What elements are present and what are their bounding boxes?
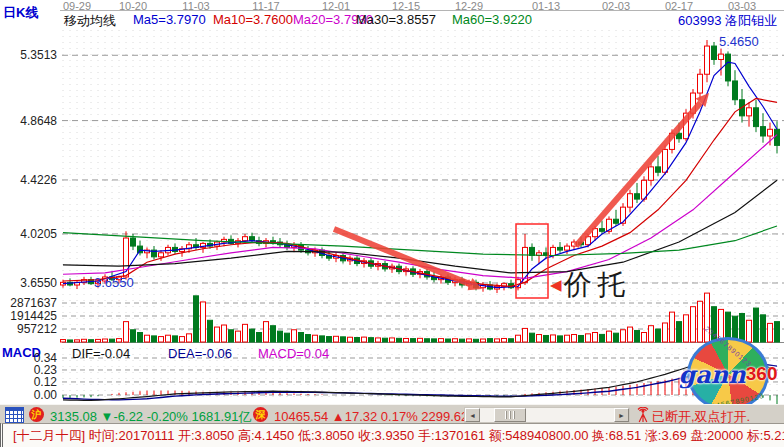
date-label: 01-13 (524, 0, 568, 12)
macd-dea-value: DEA=-0.06 (168, 346, 232, 361)
ohlc-info-bar: [十二月十四] 时间:20170111 开:3.8050 高:4.1450 低:… (0, 423, 784, 447)
ma-legend-item: Ma10=3.7600 (213, 12, 293, 27)
scrollbar-left-button[interactable]: ◄ (465, 408, 480, 422)
ma-legend-item: Ma5=3.7970 (133, 12, 206, 27)
index-status-bar: 沪 3135.08 ▼-6.22 -0.20% 1681.91亿 深 10465… (0, 404, 784, 424)
logo-text-360: 360 (746, 363, 778, 385)
date-label: 11-03 (174, 0, 218, 12)
axis-label: 4.4226 (0, 173, 57, 187)
axis-label: 2871637 (0, 296, 57, 310)
ma-legend-item: Ma30=3.8557 (356, 12, 436, 27)
grid-icon[interactable] (5, 407, 24, 423)
ma-legend-item: Ma60=3.9220 (452, 12, 532, 27)
macd-dif-value: DIF=-0.04 (72, 346, 130, 361)
scrollbar-thumb[interactable] (494, 408, 526, 422)
scrollbar-right-button[interactable]: ► (614, 408, 629, 422)
jiatuo-text: 价托 (564, 266, 632, 304)
axis-label: 4.8648 (0, 114, 57, 128)
date-label: 12-15 (384, 0, 428, 12)
date-label: 11-17 (244, 0, 288, 12)
logo-text-gann: gann (679, 360, 746, 389)
scrollbar-track[interactable] (480, 408, 614, 422)
ma-legend-title: 移动均线 (64, 12, 116, 30)
date-label: 12-01 (314, 0, 358, 12)
high-price-marker: 5.4650 (719, 34, 759, 49)
shenzhen-index-icon: 深 (253, 407, 268, 422)
gann360-logo: 234567890123 234567890123 gann 360 (687, 337, 769, 411)
date-label: 02-17 (657, 0, 701, 12)
axis-label: 0.00 (0, 388, 57, 402)
date-label: 02-03 (594, 0, 638, 12)
date-label: 12-29 (447, 0, 491, 12)
axis-label: 3.6550 (0, 276, 57, 290)
axis-label: 4.0205 (0, 227, 57, 241)
date-label: 03-03 (720, 0, 764, 12)
low-price-marker: 3.6550 (94, 275, 134, 290)
date-label: 09-29 (55, 0, 99, 12)
left-arrowhead-icon: ◀ (550, 276, 562, 294)
axis-label: 0.12 (0, 375, 57, 389)
axis-label: 957212 (0, 322, 57, 336)
jiatuo-annotation: ◀ 价托 (550, 266, 632, 304)
axis-label: 5.3513 (0, 48, 57, 62)
shanghai-index-icon: 沪 (29, 407, 44, 422)
axis-label: 1914425 (0, 309, 57, 323)
kline-pane-title: 日K线 (3, 4, 38, 22)
candles-layer (61, 40, 780, 293)
horizontal-scrollbar[interactable]: ◄ ► (464, 407, 630, 423)
macd-value: MACD=0.04 (258, 346, 329, 361)
macd-layer (63, 359, 777, 404)
stock-code-name[interactable]: 603993 洛阳钼业 (678, 12, 777, 30)
kline-chart[interactable] (0, 0, 784, 404)
kline-app-window: 09-2910-2011-0311-1712-0112-1512-2901-13… (0, 0, 784, 447)
date-label: 10-20 (111, 0, 155, 12)
